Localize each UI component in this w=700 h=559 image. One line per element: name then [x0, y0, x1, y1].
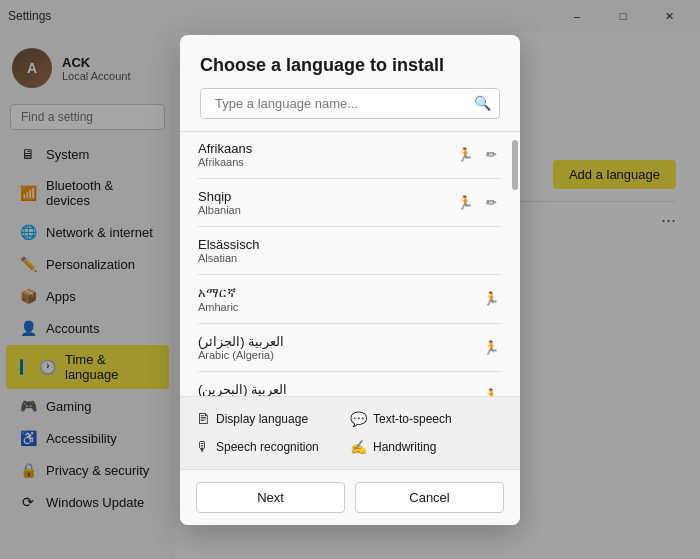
- modal-overlay: Choose a language to install 🔍 Afrikaans…: [0, 0, 700, 559]
- write-icon: ✏: [480, 143, 502, 165]
- list-item[interactable]: Afrikaans Afrikaans 🏃 ✏: [184, 133, 516, 176]
- text-to-speech-icon: 💬: [350, 411, 367, 427]
- modal-title: Choose a language to install: [200, 55, 500, 76]
- footer-speech-recognition: 🎙 Speech recognition: [196, 435, 350, 459]
- lang-name: አማርኛ: [198, 285, 480, 301]
- display-language-label: Display language: [216, 412, 308, 426]
- list-item[interactable]: العربية (البحرين) Arabic (Bahrain) 🏃: [184, 374, 516, 396]
- divider: [198, 178, 502, 179]
- search-icon: 🔍: [474, 95, 491, 111]
- speech-recognition-icon: 🎙: [196, 439, 210, 455]
- divider: [198, 274, 502, 275]
- modal-header: Choose a language to install 🔍: [180, 35, 520, 131]
- list-item[interactable]: አማርኛ Amharic 🏃: [184, 277, 516, 321]
- language-list: Afrikaans Afrikaans 🏃 ✏ Shqip Albanian: [180, 131, 520, 396]
- lang-icons: 🏃: [480, 288, 502, 310]
- lang-icons: 🏃: [480, 336, 502, 358]
- lang-item-text: Elsässisch Alsatian: [198, 237, 502, 264]
- lang-icons: 🏃 ✏: [454, 191, 502, 213]
- lang-name: Shqip: [198, 189, 454, 204]
- lang-subname: Afrikaans: [198, 156, 454, 168]
- divider: [198, 371, 502, 372]
- footer-text-to-speech: 💬 Text-to-speech: [350, 407, 504, 431]
- next-button[interactable]: Next: [196, 482, 345, 513]
- lang-subname: Albanian: [198, 204, 454, 216]
- lang-name: العربية (الجزائر): [198, 334, 480, 349]
- language-install-modal: Choose a language to install 🔍 Afrikaans…: [180, 35, 520, 525]
- speech-icon: 🏃: [480, 336, 502, 358]
- text-to-speech-label: Text-to-speech: [373, 412, 452, 426]
- lang-icons: 🏃 ✏: [454, 143, 502, 165]
- display-language-icon: 🖹: [196, 411, 210, 427]
- modal-search-box: 🔍: [200, 88, 500, 119]
- lang-name: Elsässisch: [198, 237, 502, 252]
- lang-item-text: العربية (البحرين) Arabic (Bahrain): [198, 382, 480, 396]
- lang-name: العربية (البحرين): [198, 382, 480, 396]
- speech-icon: 🏃: [454, 191, 476, 213]
- lang-item-text: العربية (الجزائر) Arabic (Algeria): [198, 334, 480, 361]
- footer-row2: 🎙 Speech recognition ✍ Handwriting: [196, 431, 504, 459]
- lang-subname: Amharic: [198, 301, 480, 313]
- speech-icon: 🏃: [454, 143, 476, 165]
- language-search-input[interactable]: [209, 89, 474, 118]
- cancel-button[interactable]: Cancel: [355, 482, 504, 513]
- lang-name: Afrikaans: [198, 141, 454, 156]
- lang-subname: Arabic (Algeria): [198, 349, 480, 361]
- write-icon: ✏: [480, 191, 502, 213]
- modal-footer-buttons: Next Cancel: [180, 469, 520, 525]
- divider: [198, 323, 502, 324]
- lang-item-text: Afrikaans Afrikaans: [198, 141, 454, 168]
- handwriting-footer-label: Handwriting: [373, 440, 436, 454]
- speech-icon: 🏃: [480, 384, 502, 396]
- handwriting-icon: ✍: [350, 439, 367, 455]
- speech-icon: 🏃: [480, 288, 502, 310]
- divider: [198, 226, 502, 227]
- settings-window: Settings – □ ✕ A ACK Local Account: [0, 0, 700, 559]
- lang-item-text: Shqip Albanian: [198, 189, 454, 216]
- footer-handwriting: ✍ Handwriting: [350, 435, 504, 459]
- scrollbar-thumb[interactable]: [512, 140, 518, 190]
- list-item[interactable]: العربية (الجزائر) Arabic (Algeria) 🏃: [184, 326, 516, 369]
- lang-item-text: አማርኛ Amharic: [198, 285, 480, 313]
- list-item[interactable]: Elsässisch Alsatian: [184, 229, 516, 272]
- list-item[interactable]: Shqip Albanian 🏃 ✏: [184, 181, 516, 224]
- speech-recognition-label: Speech recognition: [216, 440, 319, 454]
- modal-footer-icons: 🖹 Display language 💬 Text-to-speech 🎙 Sp…: [180, 396, 520, 469]
- lang-subname: Alsatian: [198, 252, 502, 264]
- footer-display-language: 🖹 Display language: [196, 407, 350, 431]
- lang-icons: 🏃: [480, 384, 502, 396]
